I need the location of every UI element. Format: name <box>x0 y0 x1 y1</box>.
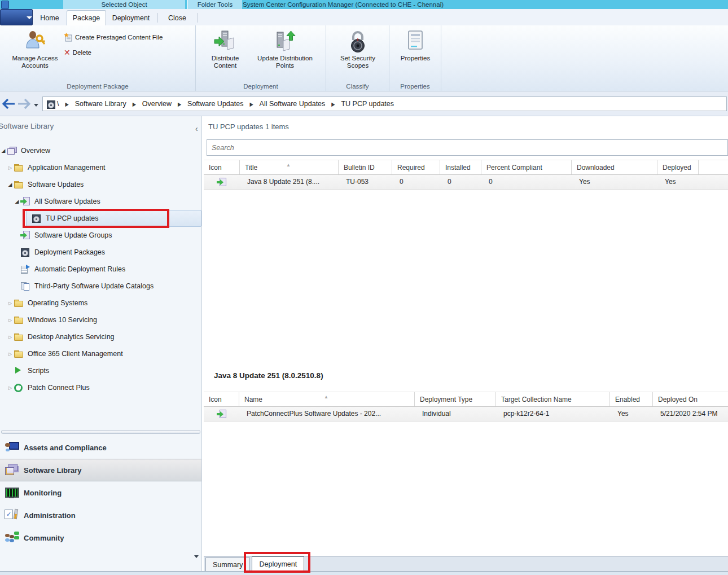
app-menu-button[interactable] <box>0 9 33 25</box>
tab-home[interactable]: Home <box>33 11 67 25</box>
breadcrumb-root[interactable]: \ <box>57 100 59 108</box>
lock-icon <box>348 30 368 55</box>
breadcrumb-arrow-icon: ▶ <box>249 101 253 107</box>
software-update-icon <box>217 410 227 419</box>
column-header-icon[interactable]: Icon <box>204 160 240 174</box>
column-header-installed[interactable]: Installed <box>440 160 481 174</box>
sort-asc-icon: ▲ <box>286 160 291 173</box>
tree-item-patch-connect-plus[interactable]: ▷ Patch Connect Plus <box>0 379 201 396</box>
tree-item-windows-10-servicing[interactable]: ▷ Windows 10 Servicing <box>0 311 201 328</box>
pane-collapse-icon[interactable]: ‹ <box>195 124 198 133</box>
tree-item-tu-pcp-updates[interactable]: TU PCP updates <box>26 210 201 227</box>
cell-deployed-on: 5/21/2020 2:54 PM <box>653 407 728 421</box>
tree-item-deployment-packages[interactable]: Deployment Packages <box>0 244 201 261</box>
column-header-deployment-type[interactable]: Deployment Type <box>415 392 496 406</box>
cell-name: PatchConnectPlus Software Updates - 202.… <box>239 407 415 421</box>
breadcrumb[interactable]: \ ▶ Software Library ▶ Overview ▶ Softwa… <box>42 96 727 111</box>
expander-collapsed-icon[interactable]: ▷ <box>7 335 14 340</box>
tab-summary[interactable]: Summary <box>205 558 250 571</box>
workspace-nav: Assets and Compliance Software Library M… <box>0 436 201 549</box>
column-header-enabled[interactable]: Enabled <box>610 392 653 406</box>
button-label: Create Prestaged Content File <box>75 34 163 41</box>
breadcrumb-item[interactable]: Overview <box>142 100 172 108</box>
title-bar: Selected Object Folder Tools System Cent… <box>0 0 728 9</box>
breadcrumb-item[interactable]: Software Updates <box>187 100 243 108</box>
tree-item-automatic-deployment-rules[interactable]: Automatic Deployment Rules <box>0 261 201 278</box>
expander-collapsed-icon[interactable]: ▷ <box>7 385 14 390</box>
column-header-icon[interactable]: Icon <box>204 392 239 406</box>
column-header-bulletin-id[interactable]: Bulletin ID <box>339 160 392 174</box>
delete-button[interactable]: ✕ Delete <box>64 47 91 58</box>
column-header-target-collection-name[interactable]: Target Collection Name <box>496 392 610 406</box>
server-distribute-icon <box>213 30 237 55</box>
properties-form-icon <box>406 30 425 55</box>
ctx-group-selected-object: Selected Object <box>63 0 185 9</box>
cell-bulletin-id: TU-053 <box>339 175 392 189</box>
column-header-name[interactable]: ▲Name <box>239 392 415 406</box>
back-button[interactable] <box>2 98 16 112</box>
button-label: Update Distribution Points <box>249 55 321 69</box>
tree-item-application-management[interactable]: ▷ Application Management <box>0 159 201 176</box>
app-icon[interactable] <box>1 1 9 9</box>
expander-expanded-icon[interactable]: ◢ <box>0 148 7 153</box>
cell-enabled: Yes <box>610 407 653 421</box>
tree-item-software-updates[interactable]: ◢ Software Updates <box>0 176 201 193</box>
pane-splitter-handle[interactable] <box>1 430 200 434</box>
tree-item-operating-systems[interactable]: ▷ Operating Systems <box>0 295 201 311</box>
column-header-downloaded[interactable]: Downloaded <box>572 160 657 174</box>
cell-downloaded: Yes <box>572 175 657 189</box>
breadcrumb-item[interactable]: All Software Updates <box>260 100 326 108</box>
breadcrumb-item[interactable]: TU PCP updates <box>341 100 394 108</box>
distribute-content-button[interactable]: Distribute Content <box>203 30 248 69</box>
software-update-icon <box>20 231 30 240</box>
nav-item-administration[interactable]: Administration <box>0 504 201 526</box>
expander-expanded-icon[interactable]: ◢ <box>14 199 20 204</box>
tab-package[interactable]: Package <box>67 10 106 26</box>
update-row-java-8[interactable]: Java 8 Update 251 (8.... TU-053 0 0 0 Ye… <box>204 175 728 190</box>
properties-button[interactable]: Properties <box>397 30 434 62</box>
expander-expanded-icon[interactable]: ◢ <box>7 182 14 187</box>
expander-collapsed-icon[interactable]: ▷ <box>7 318 14 323</box>
person-key-icon <box>25 30 45 55</box>
content-area: ‹ Software Library ◢ Overview ▷ Applicat… <box>0 116 728 571</box>
deployment-row-patchconnectplus[interactable]: PatchConnectPlus Software Updates - 202.… <box>204 407 728 422</box>
expander-collapsed-icon[interactable]: ▷ <box>7 301 14 306</box>
search-input[interactable] <box>207 140 727 155</box>
tree-item-third-party-catalogs[interactable]: Third-Party Software Update Catalogs <box>0 278 201 295</box>
nav-options-caret[interactable] <box>194 555 199 558</box>
column-header-title[interactable]: ▲Title <box>240 160 339 174</box>
file-star-icon <box>64 33 73 42</box>
tree-item-overview[interactable]: ◢ Overview <box>0 142 201 159</box>
tree-item-software-update-groups[interactable]: Software Update Groups <box>0 227 201 244</box>
tab-close[interactable]: Close <box>158 11 196 25</box>
expander-collapsed-icon[interactable]: ▷ <box>7 352 14 357</box>
update-distribution-points-button[interactable]: Update Distribution Points <box>249 30 321 69</box>
ribbon-group-label: Deployment Package <box>0 83 195 90</box>
column-header-deployed[interactable]: Deployed <box>657 160 699 174</box>
tab-deployment[interactable]: Deployment <box>105 11 157 25</box>
column-header-percent-compliant[interactable]: Percent Compliant <box>481 160 572 174</box>
cell-percent-compliant: 0 <box>481 175 572 189</box>
tree-item-office-365-client-management[interactable]: ▷ Office 365 Client Management <box>0 345 201 362</box>
column-header-deployed-on[interactable]: Deployed On <box>653 392 728 406</box>
set-security-scopes-button[interactable]: Set Security Scopes <box>334 30 382 69</box>
nav-item-monitoring[interactable]: Monitoring <box>0 481 201 504</box>
column-header-required[interactable]: Required <box>392 160 440 174</box>
nav-item-assets-and-compliance[interactable]: Assets and Compliance <box>0 436 201 459</box>
breadcrumb-item[interactable]: Software Library <box>75 100 126 108</box>
forward-button[interactable] <box>17 98 30 112</box>
sidebar: Software Library ◢ Overview ▷ Applicatio… <box>0 116 202 571</box>
folder-icon <box>14 163 24 172</box>
nav-item-community[interactable]: Community <box>0 526 201 549</box>
nav-item-software-library[interactable]: Software Library <box>0 459 201 481</box>
search-box[interactable] <box>207 139 728 156</box>
cell-installed: 0 <box>440 175 481 189</box>
history-dropdown-caret[interactable] <box>34 104 38 107</box>
create-prestaged-content-file-button[interactable]: Create Prestaged Content File <box>64 32 163 43</box>
manage-access-accounts-button[interactable]: Manage Access Accounts <box>7 30 63 69</box>
expander-collapsed-icon[interactable]: ▷ <box>7 165 14 170</box>
tree-item-desktop-analytics-servicing[interactable]: ▷ Desktop Analytics Servicing <box>0 328 201 345</box>
tab-deployment-detail[interactable]: Deployment <box>252 556 304 571</box>
tree-item-scripts[interactable]: Scripts <box>0 362 201 379</box>
tree-item-all-software-updates[interactable]: ◢ All Software Updates <box>0 193 201 210</box>
